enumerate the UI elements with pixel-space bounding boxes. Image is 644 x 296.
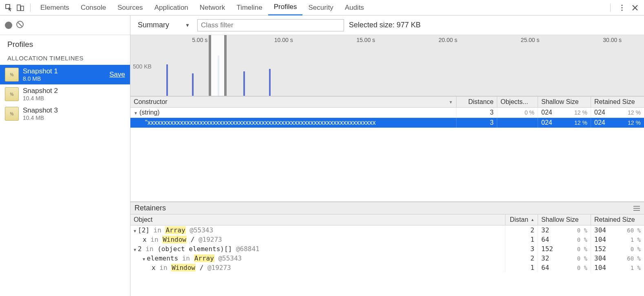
distance-cell: 3 bbox=[457, 108, 497, 117]
retainer-shallow-cell: 1520 % bbox=[538, 244, 591, 254]
timeline-ylabel: 500 KB bbox=[133, 63, 152, 70]
tab-sources[interactable]: Sources bbox=[112, 0, 148, 15]
tab-network[interactable]: Network bbox=[194, 0, 231, 15]
tab-profiles[interactable]: Profiles bbox=[268, 0, 303, 15]
ret-col-distance[interactable]: Distan bbox=[505, 214, 538, 225]
timeline-tick: 5.00 s bbox=[192, 37, 207, 43]
retainer-retained-cell: 30460 % bbox=[591, 254, 644, 263]
inspect-icon[interactable] bbox=[3, 2, 15, 13]
retainer-retained-cell: 1520 % bbox=[591, 244, 644, 254]
retainer-distance-cell: 1 bbox=[505, 263, 538, 272]
retainer-row[interactable]: x in Window / @19273 1 640 % 1041 % bbox=[130, 263, 644, 272]
svg-point-3 bbox=[621, 4, 622, 6]
snapshot-size: 10.4 MB bbox=[23, 115, 125, 121]
col-distance[interactable]: Distance bbox=[457, 97, 497, 107]
timeline-tick: 25.00 s bbox=[521, 37, 540, 43]
retainer-retained-cell: 1041 % bbox=[591, 263, 644, 272]
retainer-row[interactable]: 2 in (object elements)[] @68841 3 1520 %… bbox=[130, 244, 644, 254]
retainer-distance-cell: 3 bbox=[505, 244, 538, 254]
ret-col-retained[interactable]: Retained Size bbox=[591, 214, 644, 225]
tab-audits[interactable]: Audits bbox=[339, 0, 370, 15]
retainer-retained-cell: 30460 % bbox=[591, 225, 644, 235]
chevron-down-icon: ▼ bbox=[185, 22, 190, 28]
snapshot-save-link[interactable]: Save bbox=[109, 71, 125, 79]
col-objects[interactable]: Objects... bbox=[497, 97, 538, 107]
snapshot-icon: % bbox=[5, 107, 19, 121]
close-icon[interactable] bbox=[629, 2, 641, 13]
snapshot-item[interactable]: % Snapshot 1 8.0 MB Save bbox=[0, 65, 130, 84]
timeline-tick: 20.00 s bbox=[439, 37, 457, 43]
timeline-tick: 30.00 s bbox=[603, 37, 622, 43]
snapshot-item[interactable]: % Snapshot 3 10.4 MB bbox=[0, 104, 130, 124]
retainer-row[interactable]: x in Window / @19273 1 640 % 1041 % bbox=[130, 235, 644, 244]
device-mode-icon[interactable] bbox=[15, 2, 26, 13]
col-constructor[interactable]: Constructor▼ bbox=[130, 97, 457, 107]
retainer-row[interactable]: elements in Array @55343 2 320 % 30460 % bbox=[130, 254, 644, 263]
kebab-menu-icon[interactable] bbox=[616, 2, 628, 13]
snapshot-title: Snapshot 3 bbox=[23, 106, 125, 115]
expand-icon[interactable] bbox=[134, 109, 139, 116]
tab-elements[interactable]: Elements bbox=[35, 0, 75, 15]
clear-icon[interactable] bbox=[15, 20, 24, 30]
retainer-distance-cell: 2 bbox=[505, 225, 538, 235]
separator bbox=[610, 4, 611, 12]
allocation-bar bbox=[166, 64, 168, 96]
constructor-row[interactable]: "xxxxxxxxxxxxxxxxxxxxxxxxxxxxxxxxxxxxxxx… bbox=[130, 118, 644, 128]
retainer-shallow-cell: 320 % bbox=[538, 254, 591, 263]
constructor-table: Constructor▼ Distance Objects... Shallow… bbox=[130, 96, 644, 202]
snapshot-size: 10.4 MB bbox=[23, 95, 125, 102]
svg-point-5 bbox=[621, 9, 622, 11]
distance-cell: 3 bbox=[457, 118, 497, 128]
class-filter-input[interactable] bbox=[197, 19, 344, 31]
retainer-retained-cell: 1041 % bbox=[591, 235, 644, 244]
retainers-menu-icon[interactable] bbox=[633, 206, 640, 211]
col-retained-size[interactable]: Retained Size bbox=[591, 97, 644, 107]
retainer-shallow-cell: 640 % bbox=[538, 235, 591, 244]
svg-point-4 bbox=[621, 7, 622, 8]
allocation-bar bbox=[243, 71, 245, 96]
sidebar-section-label: ALLOCATION TIMELINES bbox=[0, 51, 130, 65]
separator bbox=[30, 4, 31, 12]
devtools-top-toolbar: ElementsConsoleSourcesApplicationNetwork… bbox=[0, 0, 644, 15]
retainer-object-cell: [2] in Array @55343 bbox=[130, 225, 505, 235]
retainer-row[interactable]: [2] in Array @55343 2 320 % 30460 % bbox=[130, 225, 644, 235]
tab-console[interactable]: Console bbox=[75, 0, 112, 15]
constructor-row[interactable]: (string) 3 0 % 02412 % 02412 % bbox=[130, 108, 644, 118]
expand-icon[interactable] bbox=[143, 254, 147, 262]
record-button[interactable] bbox=[5, 22, 12, 29]
retainer-object-cell: x in Window / @19273 bbox=[130, 235, 505, 244]
svg-rect-1 bbox=[17, 5, 20, 11]
allocation-bar bbox=[269, 69, 271, 96]
retained-cell: 02412 % bbox=[591, 118, 644, 128]
retainer-distance-cell: 2 bbox=[505, 254, 538, 263]
ret-col-shallow[interactable]: Shallow Size bbox=[538, 214, 591, 225]
ret-col-object[interactable]: Object bbox=[130, 214, 505, 225]
tab-application[interactable]: Application bbox=[149, 0, 194, 15]
svg-rect-2 bbox=[21, 6, 24, 11]
timeline-selection[interactable] bbox=[210, 35, 225, 96]
col-shallow-size[interactable]: Shallow Size bbox=[538, 97, 591, 107]
profiles-sidebar: Profiles ALLOCATION TIMELINES % Snapshot… bbox=[0, 15, 130, 296]
snapshot-item[interactable]: % Snapshot 2 10.4 MB bbox=[0, 84, 130, 104]
devtools-tabs: ElementsConsoleSourcesApplicationNetwork… bbox=[35, 0, 370, 15]
expand-icon[interactable] bbox=[134, 245, 138, 253]
allocation-bar bbox=[192, 73, 194, 96]
snapshot-icon: % bbox=[5, 68, 19, 82]
constructor-label: "xxxxxxxxxxxxxxxxxxxxxxxxxxxxxxxxxxxxxxx… bbox=[145, 119, 376, 126]
retainers-title: Retainers bbox=[135, 204, 166, 212]
snapshot-title: Snapshot 2 bbox=[23, 87, 125, 95]
tab-security[interactable]: Security bbox=[302, 0, 339, 15]
expand-icon[interactable] bbox=[134, 226, 138, 234]
allocation-timeline[interactable]: 5.00 s10.00 s15.00 s20.00 s25.00 s30.00 … bbox=[130, 35, 644, 96]
objects-cell bbox=[497, 118, 538, 128]
retainer-object-cell: x in Window / @19273 bbox=[130, 263, 505, 272]
view-mode-label: Summary bbox=[138, 21, 169, 29]
tab-timeline[interactable]: Timeline bbox=[231, 0, 268, 15]
profile-view: Summary ▼ Selected size: 977 KB 5.00 s10… bbox=[130, 15, 644, 296]
snapshot-size: 8.0 MB bbox=[23, 75, 105, 82]
retainer-object-cell: elements in Array @55343 bbox=[130, 254, 505, 263]
view-mode-select[interactable]: Summary ▼ bbox=[135, 20, 192, 30]
timeline-tick: 15.00 s bbox=[356, 37, 375, 43]
snapshot-title: Snapshot 1 bbox=[23, 67, 105, 75]
retainers-panel: Retainers Object Distan Shallow Size Ret… bbox=[130, 202, 644, 296]
